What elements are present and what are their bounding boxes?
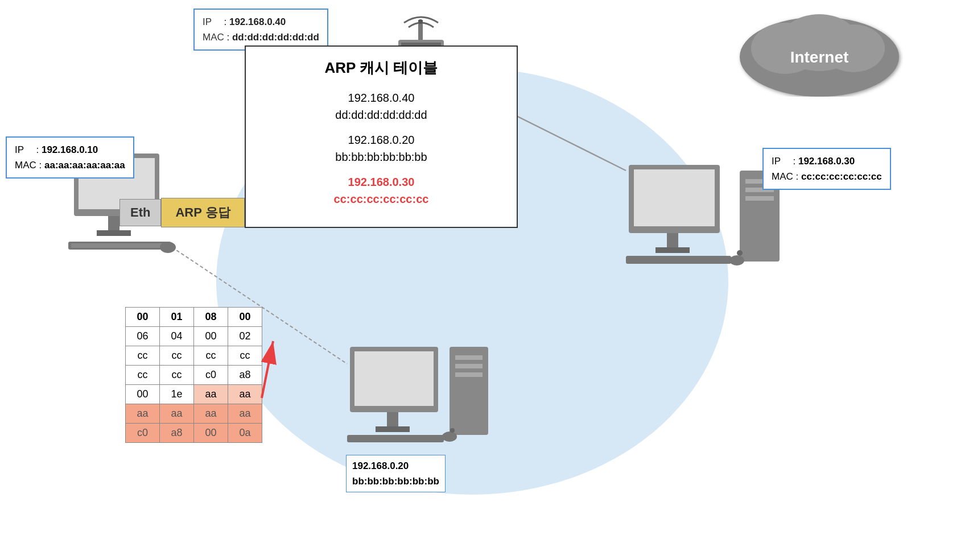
eth-arp-overlay: Eth ARP 응답 bbox=[119, 198, 245, 227]
pkt-r1c1: 06 bbox=[126, 327, 160, 346]
pkt-r5c4: aa bbox=[228, 404, 262, 424]
svg-rect-33 bbox=[387, 412, 398, 426]
pkt-r6c3: 00 bbox=[194, 424, 228, 443]
pkt-r1c2: 04 bbox=[160, 327, 194, 346]
pkt-r2c3: cc bbox=[194, 346, 228, 366]
arp-cache-title: ARP 캐시 테이블 bbox=[263, 58, 500, 78]
right-computer-info-box: IP : 192.168.0.30 MAC : cc:cc:cc:cc:cc:c… bbox=[762, 148, 891, 190]
pkt-r3c4: a8 bbox=[228, 366, 262, 385]
pkt-r3c1: cc bbox=[126, 366, 160, 385]
eth-label: Eth bbox=[119, 199, 161, 226]
svg-point-29 bbox=[729, 255, 744, 266]
pkt-r4c3: aa bbox=[194, 385, 228, 404]
svg-point-30 bbox=[737, 250, 743, 256]
pkt-h4: 00 bbox=[228, 308, 262, 327]
pkt-r1c3: 00 bbox=[194, 327, 228, 346]
packet-row-3: cc cc c0 a8 bbox=[126, 366, 262, 385]
router-mac-value: dd:dd:dd:dd:dd:dd bbox=[232, 32, 319, 43]
arp-response-label: ARP 응답 bbox=[161, 198, 244, 227]
svg-point-41 bbox=[450, 428, 455, 433]
left-mac-label: MAC bbox=[15, 160, 36, 171]
pkt-r2c2: cc bbox=[160, 346, 194, 366]
svg-rect-37 bbox=[455, 364, 483, 368]
svg-rect-23 bbox=[655, 247, 690, 253]
pkt-r6c4: 0a bbox=[228, 424, 262, 443]
svg-rect-39 bbox=[347, 435, 444, 442]
svg-rect-21 bbox=[634, 169, 715, 226]
packet-row-header: 00 01 08 00 bbox=[126, 308, 262, 327]
packet-row-1: 06 04 00 02 bbox=[126, 327, 262, 346]
svg-rect-34 bbox=[376, 426, 410, 432]
bottom-computer-label: 192.168.0.20 bb:bb:bb:bb:bb:bb bbox=[346, 455, 446, 492]
left-ip-value: 192.168.0.10 bbox=[42, 144, 98, 155]
svg-rect-32 bbox=[354, 351, 434, 406]
svg-rect-22 bbox=[667, 233, 678, 247]
pkt-r1c4: 02 bbox=[228, 327, 262, 346]
router-info-box: IP : 192.168.0.40 MAC : dd:dd:dd:dd:dd:d… bbox=[193, 9, 328, 51]
packet-row-6: c0 a8 00 0a bbox=[126, 424, 262, 443]
router-ip-label: IP bbox=[203, 16, 212, 27]
arp-entry-2-highlighted: 192.168.0.30cc:cc:cc:cc:cc:cc bbox=[263, 173, 500, 208]
svg-rect-14 bbox=[97, 230, 131, 236]
right-ip-value: 192.168.0.30 bbox=[798, 156, 855, 167]
pkt-r5c2: aa bbox=[160, 404, 194, 424]
pkt-r5c1: aa bbox=[126, 404, 160, 424]
svg-rect-36 bbox=[455, 355, 483, 360]
packet-row-5: aa aa aa aa bbox=[126, 404, 262, 424]
internet-cloud: Internet bbox=[728, 6, 910, 99]
svg-rect-35 bbox=[450, 347, 488, 435]
bottom-ip: 192.168.0.20 bbox=[352, 461, 409, 471]
arp-entry-1: 192.168.0.20bb:bb:bb:bb:bb:bb bbox=[263, 131, 500, 165]
packet-row-2: cc cc cc cc bbox=[126, 346, 262, 366]
pkt-r4c4: aa bbox=[228, 385, 262, 404]
pkt-r3c2: cc bbox=[160, 366, 194, 385]
svg-point-10 bbox=[418, 19, 423, 24]
right-mac-label: MAC bbox=[772, 171, 793, 182]
right-mac-value: cc:cc:cc:cc:cc:cc bbox=[801, 171, 882, 182]
router-ip-value: 192.168.0.40 bbox=[229, 16, 286, 27]
pkt-r6c2: a8 bbox=[160, 424, 194, 443]
pkt-r2c1: cc bbox=[126, 346, 160, 366]
pkt-r6c1: c0 bbox=[126, 424, 160, 443]
arp-cache-table: ARP 캐시 테이블 192.168.0.40dd:dd:dd:dd:dd:dd… bbox=[245, 45, 518, 228]
pkt-r5c3: aa bbox=[194, 404, 228, 424]
svg-text:Internet: Internet bbox=[790, 48, 849, 66]
pkt-h1: 00 bbox=[126, 308, 160, 327]
router-mac-colon: : bbox=[227, 32, 232, 43]
packet-row-4: 00 1e aa aa bbox=[126, 385, 262, 404]
svg-rect-16 bbox=[71, 243, 168, 248]
arp-entry-0: 192.168.0.40dd:dd:dd:dd:dd:dd bbox=[263, 89, 500, 123]
pkt-r4c1: 00 bbox=[126, 385, 160, 404]
svg-rect-24 bbox=[626, 256, 731, 264]
right-computer-icon bbox=[626, 159, 785, 275]
svg-point-40 bbox=[442, 432, 457, 442]
packet-table: 00 01 08 00 06 04 00 02 cc cc cc cc cc c… bbox=[125, 307, 262, 443]
pkt-r2c4: cc bbox=[228, 346, 262, 366]
left-computer-info-box: IP : 192.168.0.10 MAC : aa:aa:aa:aa:aa:a… bbox=[6, 136, 134, 179]
svg-point-17 bbox=[160, 242, 176, 253]
pkt-r3c3: c0 bbox=[194, 366, 228, 385]
right-ip-label: IP bbox=[772, 156, 781, 167]
svg-rect-38 bbox=[455, 372, 483, 377]
svg-rect-28 bbox=[745, 196, 774, 201]
left-mac-value: aa:aa:aa:aa:aa:aa bbox=[44, 160, 125, 171]
bottom-mac: bb:bb:bb:bb:bb:bb bbox=[352, 476, 439, 487]
router-ip-colon: : bbox=[215, 16, 229, 27]
pkt-r4c2: 1e bbox=[160, 385, 194, 404]
pkt-h2: 01 bbox=[160, 308, 194, 327]
router-mac-label: MAC bbox=[203, 32, 224, 43]
left-ip-label: IP bbox=[15, 144, 24, 155]
svg-rect-13 bbox=[108, 216, 119, 230]
pkt-h3: 08 bbox=[194, 308, 228, 327]
bottom-computer-icon bbox=[347, 341, 495, 457]
